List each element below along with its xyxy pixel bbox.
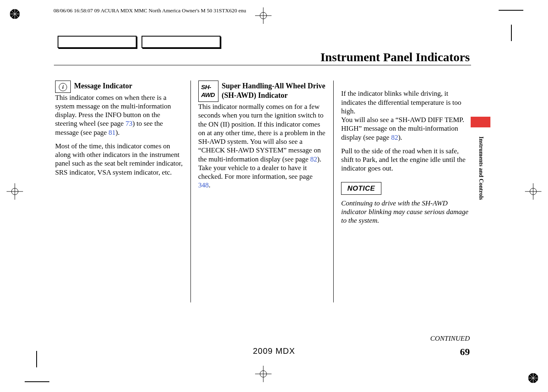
registration-mark-icon — [527, 372, 539, 384]
title-underline — [54, 65, 471, 65]
page-number: 69 — [460, 346, 470, 357]
page-link[interactable]: 348 — [198, 181, 209, 189]
crop-mark-icon — [7, 183, 23, 201]
message-indicator-icon: i — [55, 81, 71, 93]
paragraph: Most of the time, this indicator comes o… — [55, 142, 183, 177]
column-1: i Message Indicator This indicator comes… — [53, 81, 190, 302]
page-link[interactable]: 82 — [310, 155, 317, 163]
paragraph: Pull to the side of the road when it is … — [341, 147, 469, 173]
page-link[interactable]: 81 — [109, 129, 116, 136]
page-title: Instrument Panel Indicators — [320, 50, 470, 64]
notice-text: Continuing to drive with the SH-AWD indi… — [341, 199, 469, 225]
sh-awd-indicator-icon: SH-AWD — [198, 81, 218, 102]
trim-mark — [499, 10, 523, 11]
column-2: SH-AWD Super Handling-All Wheel Drive (S… — [190, 81, 334, 302]
notice-label: NOTICE — [341, 182, 381, 195]
section-heading: Message Indicator — [74, 81, 132, 91]
header-stamp: 08/06/06 16:58:07 09 ACURA MDX MMC North… — [53, 7, 246, 14]
continued-label: CONTINUED — [430, 334, 470, 343]
section-tab-label: Instruments and Controls — [478, 136, 484, 200]
page-link[interactable]: 73 — [125, 120, 132, 127]
trim-mark — [511, 25, 512, 41]
section-tab-marker — [471, 117, 490, 127]
paragraph: If the indicator blinks while driving, i… — [341, 81, 469, 142]
page-link[interactable]: 82 — [391, 134, 398, 141]
crop-mark-icon — [255, 7, 272, 25]
paragraph: This indicator normally comes on for a f… — [198, 102, 326, 190]
content-columns: i Message Indicator This indicator comes… — [53, 81, 471, 302]
crop-mark-icon — [525, 183, 541, 201]
column-3: If the indicator blinks while driving, i… — [333, 81, 471, 302]
crop-mark-icon — [255, 366, 272, 384]
trim-mark — [25, 381, 49, 382]
registration-mark-icon — [9, 8, 21, 20]
paragraph: This indicator comes on when there is a … — [55, 93, 183, 137]
placeholder-boxes — [58, 36, 221, 48]
section-heading: Super Handling-All Wheel Drive (SH-AWD) … — [222, 81, 326, 100]
